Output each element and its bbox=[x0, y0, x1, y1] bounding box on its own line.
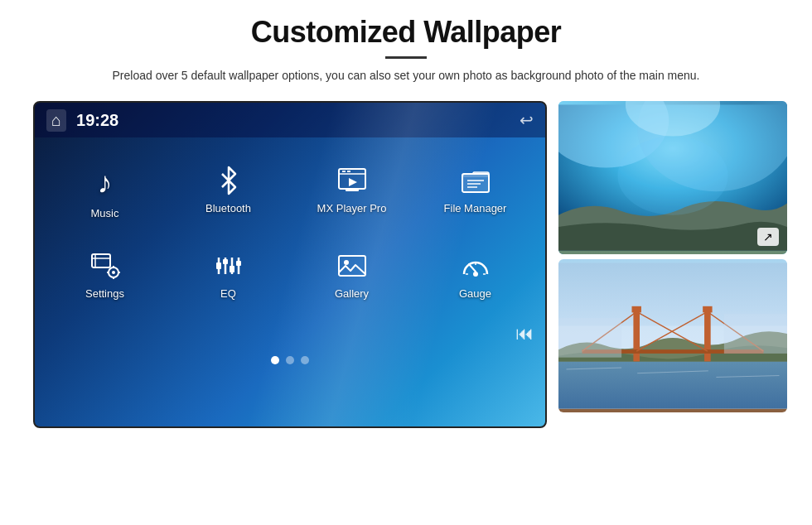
svg-rect-2 bbox=[342, 171, 346, 172]
filemanager-icon bbox=[461, 166, 491, 195]
svg-rect-55 bbox=[724, 314, 787, 354]
title-divider bbox=[385, 56, 427, 59]
dot-1[interactable] bbox=[271, 356, 279, 364]
svg-rect-3 bbox=[347, 171, 350, 172]
app-grid-row2: Settings EQ bbox=[35, 239, 545, 320]
music-label: Music bbox=[91, 207, 119, 219]
wallpaper-golden-gate[interactable] bbox=[558, 259, 787, 412]
back-icon[interactable]: ↩ bbox=[520, 110, 534, 130]
eq-icon bbox=[214, 251, 244, 281]
gauge-icon bbox=[461, 251, 491, 281]
bluetooth-icon bbox=[214, 166, 244, 195]
app-eq[interactable]: EQ bbox=[167, 239, 290, 311]
screen-dots bbox=[35, 349, 545, 373]
filemanager-label: File Manager bbox=[444, 202, 507, 214]
page-header: Customized Wallpaper Preload over 5 defa… bbox=[0, 0, 812, 93]
ice-cave-svg bbox=[558, 101, 787, 254]
svg-rect-45 bbox=[633, 311, 640, 362]
svg-rect-22 bbox=[223, 259, 228, 264]
app-gauge[interactable]: Gauge bbox=[413, 239, 537, 311]
screen-topbar: ⌂ 19:28 ↩ bbox=[35, 103, 545, 137]
app-gallery[interactable]: Gallery bbox=[290, 239, 413, 311]
svg-rect-52 bbox=[632, 306, 641, 313]
gauge-label: Gauge bbox=[459, 287, 491, 300]
svg-point-28 bbox=[344, 260, 349, 265]
app-grid-row1: ♪ Music Bluetooth MX Player Pro bbox=[35, 137, 545, 239]
app-filemanager[interactable]: File Manager bbox=[413, 154, 537, 231]
gallery-icon bbox=[337, 251, 367, 281]
eq-label: EQ bbox=[220, 287, 236, 300]
content-area: ⌂ 19:28 ↩ ♪ Music Bluetooth bbox=[0, 93, 812, 436]
screen-bottom: ⏮ bbox=[35, 320, 545, 349]
right-panel: ↗ bbox=[558, 101, 787, 412]
app-settings[interactable]: Settings bbox=[43, 239, 167, 311]
gallery-label: Gallery bbox=[335, 287, 369, 300]
page-subtitle: Preload over 5 default wallpaper options… bbox=[50, 67, 762, 84]
svg-rect-26 bbox=[236, 261, 241, 266]
svg-rect-5 bbox=[346, 189, 359, 191]
svg-rect-20 bbox=[216, 262, 221, 269]
skip-back-icon[interactable]: ⏮ bbox=[515, 323, 534, 344]
svg-rect-46 bbox=[704, 311, 711, 362]
svg-rect-54 bbox=[558, 318, 621, 358]
svg-rect-53 bbox=[703, 306, 712, 313]
settings-label: Settings bbox=[85, 287, 124, 300]
svg-rect-41 bbox=[558, 358, 787, 409]
mxplayer-icon bbox=[337, 166, 367, 195]
svg-point-38 bbox=[617, 137, 727, 215]
music-icon: ♪ bbox=[98, 166, 113, 200]
wallpaper-ice-cave[interactable]: ↗ bbox=[558, 101, 787, 254]
bookmark-icon[interactable]: ↗ bbox=[757, 228, 779, 246]
dot-3[interactable] bbox=[301, 356, 309, 364]
mxplayer-label: MX Player Pro bbox=[317, 202, 387, 214]
car-screen: ⌂ 19:28 ↩ ♪ Music Bluetooth bbox=[33, 101, 547, 428]
app-music[interactable]: ♪ Music bbox=[43, 154, 167, 231]
svg-rect-24 bbox=[230, 266, 234, 272]
app-mxplayer[interactable]: MX Player Pro bbox=[290, 154, 413, 231]
settings-icon bbox=[90, 251, 120, 281]
bluetooth-label: Bluetooth bbox=[205, 202, 251, 214]
home-icon[interactable]: ⌂ bbox=[46, 109, 66, 132]
svg-marker-4 bbox=[349, 178, 357, 186]
page-title: Customized Wallpaper bbox=[50, 15, 762, 50]
app-bluetooth[interactable]: Bluetooth bbox=[167, 154, 290, 231]
svg-point-14 bbox=[112, 271, 115, 274]
time-display: 19:28 bbox=[76, 111, 118, 130]
dot-2[interactable] bbox=[286, 356, 294, 364]
svg-line-30 bbox=[469, 264, 476, 272]
svg-rect-27 bbox=[339, 256, 365, 276]
golden-gate-svg bbox=[558, 259, 787, 412]
